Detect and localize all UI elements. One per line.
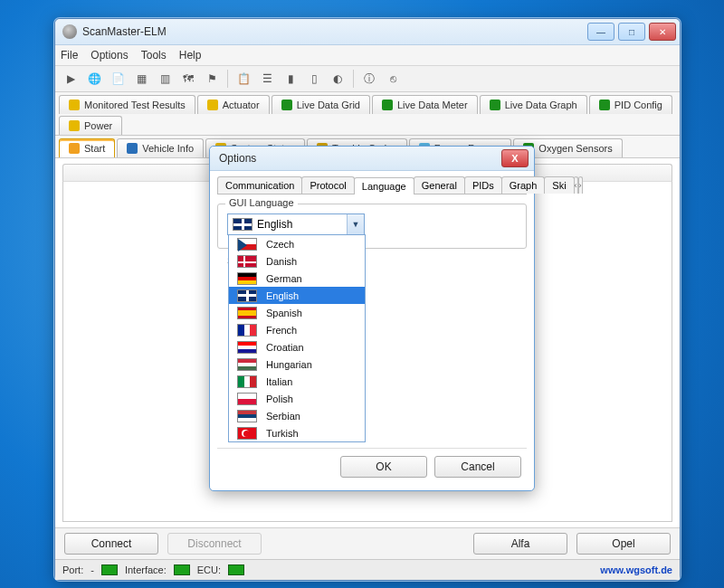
toolbar-meter-icon[interactable]: ▥ <box>155 69 175 89</box>
dialog-title: Options <box>219 152 501 165</box>
status-bar: Port: - Interface: ECU: www.wgsoft.de <box>55 559 680 580</box>
toolbar-map-icon[interactable]: 🗺 <box>178 69 198 89</box>
tab-icon <box>127 143 138 154</box>
language-droplist: CzechDanishGermanEnglishSpanishFrenchCro… <box>228 234 366 442</box>
dialog-tab-graph[interactable]: Graph <box>501 176 546 194</box>
language-option-spanish[interactable]: Spanish <box>229 304 365 321</box>
tab-scroll-left[interactable]: ‹ <box>574 176 578 194</box>
dialog-button-row: OK Cancel <box>217 448 527 485</box>
toolbar-dial-icon[interactable]: ◐ <box>328 69 348 89</box>
tab-icon <box>69 120 80 131</box>
dialog-tab-language[interactable]: Language <box>354 177 414 194</box>
minimize-button[interactable]: — <box>587 23 614 41</box>
hu-flag-icon <box>237 358 257 371</box>
toolbar-battery-icon[interactable]: ▯ <box>304 69 324 89</box>
toolbar-info-icon[interactable]: ⓘ <box>359 69 379 89</box>
toolbar-flag-icon[interactable]: ⚑ <box>202 69 222 89</box>
language-option-label: Czech <box>266 239 294 250</box>
tab-label: Power <box>84 120 112 131</box>
language-option-czech[interactable]: Czech <box>229 235 365 252</box>
es-flag-icon <box>237 307 257 319</box>
dialog-tab-pids[interactable]: PIDs <box>464 176 502 194</box>
tabstrip-row-1: Monitored Test ResultsActuatorLive Data … <box>55 92 680 136</box>
language-option-danish[interactable]: Danish <box>229 252 365 270</box>
tab-scroll-right[interactable]: › <box>578 176 583 194</box>
tab-icon <box>69 143 80 154</box>
opel-button[interactable]: Opel <box>576 533 671 555</box>
dialog-tab-protocol[interactable]: Protocol <box>301 176 354 194</box>
language-option-label: Hungarian <box>266 359 312 370</box>
menu-help[interactable]: Help <box>179 49 202 62</box>
toolbar-run-icon[interactable]: ▶ <box>61 69 81 89</box>
menu-tools[interactable]: Tools <box>141 49 167 62</box>
menu-file[interactable]: File <box>61 49 78 62</box>
status-ecu-led <box>228 564 244 575</box>
window-title: ScanMaster-ELM <box>82 25 584 38</box>
tab-pid-config[interactable]: PID Config <box>589 95 672 114</box>
tab-monitored-test-results[interactable]: Monitored Test Results <box>59 95 195 114</box>
status-interface-led <box>174 564 190 575</box>
dialog-tabstrip: CommunicationProtocolLanguageGeneralPIDs… <box>217 176 527 194</box>
tab-label: Start <box>84 143 105 154</box>
ok-button[interactable]: OK <box>340 456 427 478</box>
alfa-button[interactable]: Alfa <box>473 533 567 555</box>
language-option-french[interactable]: French <box>229 321 365 338</box>
dk-flag-icon <box>237 255 257 268</box>
menubar: FileOptionsToolsHelp <box>55 45 680 66</box>
titlebar[interactable]: ScanMaster-ELM — □ ✕ <box>55 19 680 45</box>
tab-live-data-graph[interactable]: Live Data Graph <box>480 95 587 114</box>
language-option-serbian[interactable]: Serbian <box>229 407 365 424</box>
tab-power[interactable]: Power <box>59 116 122 135</box>
tab-icon <box>69 100 80 110</box>
maximize-button[interactable]: □ <box>618 23 645 41</box>
toolbar-doc-icon[interactable]: 📄 <box>108 69 128 89</box>
rs-flag-icon <box>237 410 257 422</box>
uk-flag-icon <box>233 218 252 231</box>
cz-flag-icon <box>237 238 257 251</box>
toolbar-globe-icon[interactable]: 🌐 <box>84 69 104 89</box>
connect-button[interactable]: Connect <box>64 533 158 555</box>
toolbar-separator <box>227 70 228 88</box>
tr-flag-icon <box>237 427 257 440</box>
tab-label: Live Data Grid <box>297 100 360 110</box>
tab-start[interactable]: Start <box>59 138 115 157</box>
chevron-down-icon[interactable]: ▼ <box>347 214 364 234</box>
dialog-titlebar[interactable]: Options X <box>210 147 534 171</box>
toolbar-terminal-icon[interactable]: ▮ <box>281 69 300 89</box>
language-option-label: Danish <box>266 256 297 267</box>
tab-actuator[interactable]: Actuator <box>197 95 270 114</box>
toolbar-list-icon[interactable]: ☰ <box>257 69 277 89</box>
cancel-button[interactable]: Cancel <box>434 456 521 478</box>
language-option-italian[interactable]: Italian <box>229 373 365 390</box>
gui-language-group-label: GUI Language <box>225 197 298 208</box>
language-option-croatian[interactable]: Croatian <box>229 338 365 356</box>
tab-icon <box>599 100 610 110</box>
language-option-german[interactable]: German <box>229 270 365 287</box>
dialog-tab-ski[interactable]: Ski <box>544 176 574 194</box>
dialog-tab-communication[interactable]: Communication <box>217 176 302 194</box>
language-option-hungarian[interactable]: Hungarian <box>229 356 365 373</box>
toolbar-copy-icon[interactable]: 📋 <box>233 69 253 89</box>
status-site-link[interactable]: www.wgsoft.de <box>600 564 672 575</box>
language-option-polish[interactable]: Polish <box>229 390 365 407</box>
tab-live-data-grid[interactable]: Live Data Grid <box>272 95 370 114</box>
tab-live-data-meter[interactable]: Live Data Meter <box>372 95 478 114</box>
tab-label: Actuator <box>223 100 260 110</box>
language-dropdown[interactable]: English ▼ CzechDanishGermanEnglishSpanis… <box>227 213 365 235</box>
language-option-english[interactable]: English <box>229 287 365 304</box>
app-window: ScanMaster-ELM — □ ✕ FileOptionsToolsHel… <box>54 18 681 581</box>
gui-language-group: GUI Language English ▼ CzechDanishGerman… <box>217 204 527 249</box>
close-button[interactable]: ✕ <box>649 23 676 41</box>
dialog-tab-general[interactable]: General <box>414 176 465 194</box>
toolbar: ▶ 🌐 📄 ▦ ▥ 🗺 ⚑ 📋 ☰ ▮ ▯ ◐ ⓘ ⎋ <box>55 66 680 92</box>
language-option-label: Spanish <box>266 308 302 318</box>
toolbar-exit-icon[interactable]: ⎋ <box>383 69 403 89</box>
status-port-label: Port: <box>62 564 83 575</box>
dialog-close-button[interactable]: X <box>501 149 529 167</box>
tab-label: Live Data Meter <box>397 100 468 110</box>
menu-options[interactable]: Options <box>90 49 128 62</box>
toolbar-grid-icon[interactable]: ▦ <box>131 69 151 89</box>
toolbar-separator <box>353 70 354 88</box>
language-option-turkish[interactable]: Turkish <box>229 424 365 441</box>
tab-vehicle-info[interactable]: Vehicle Info <box>117 138 204 157</box>
